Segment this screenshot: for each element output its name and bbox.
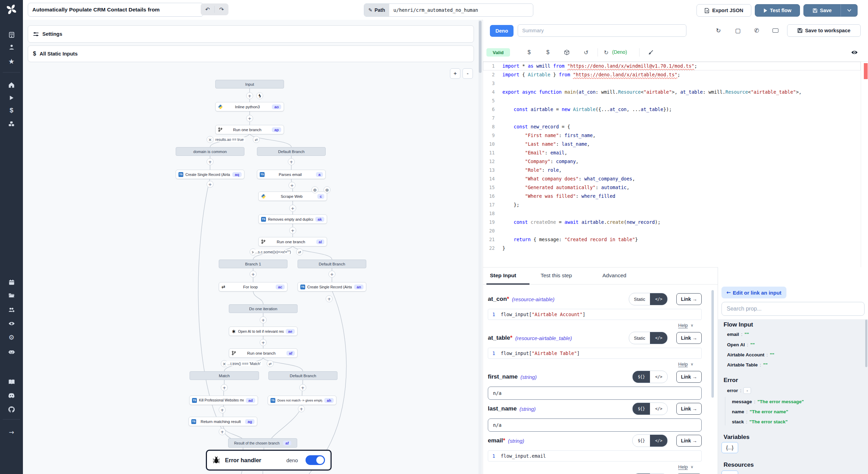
add-step-button[interactable]: + [289, 182, 295, 189]
language-badge[interactable]: Deno [490, 25, 514, 37]
folders-icon[interactable] [0, 289, 23, 301]
user-icon[interactable] [0, 41, 23, 53]
link-button[interactable]: Link → [676, 435, 702, 447]
groups-users-icon[interactable] [0, 304, 23, 315]
add-step-button[interactable]: + [207, 158, 214, 165]
editor-scrollbar[interactable] [861, 62, 868, 267]
branch-predicate[interactable]: results.ao == true [214, 137, 245, 142]
prop-panel-scrollbar[interactable] [865, 320, 867, 367]
node-for-loop[interactable]: ⇄ For loop ac [219, 282, 287, 291]
add-step-button[interactable]: + [298, 405, 305, 412]
search-prop-input[interactable]: Search prop... [721, 302, 865, 316]
path-edit-button[interactable]: ✎Path [364, 4, 389, 16]
input-mode-toggle[interactable]: Static </> [629, 332, 668, 344]
input-mode-toggle[interactable]: ${} </> [632, 403, 668, 415]
input-mode-toggle[interactable]: ${} </> [632, 371, 668, 383]
flow-title-input[interactable]: Automatically Populate CRM Contact Detai… [28, 3, 203, 17]
suspend-phone-icon[interactable]: ✆ [750, 25, 763, 36]
help-link[interactable]: Help∨ [488, 463, 693, 471]
node-parses-email[interactable]: TS Parses email a [257, 170, 326, 179]
step-panel-scrollbar[interactable] [711, 290, 714, 398]
node-create-single-record-2[interactable]: TS Create Single Record (Airtable) an [298, 282, 366, 291]
node-kill-professional[interactable]: TS Kill Professional Websites mentions a… [189, 396, 258, 405]
swap-branch-button[interactable]: ⇄ [296, 248, 303, 255]
delete-node-button[interactable]: ⊗ [324, 186, 331, 193]
prop-row[interactable]: error:- [727, 387, 751, 394]
node-domain-is-common[interactable]: domain is common [176, 147, 244, 156]
workspace-icon[interactable] [0, 29, 23, 41]
expand-icon[interactable]: ▢ [732, 25, 744, 36]
canvas-scrollbar[interactable] [478, 20, 482, 474]
add-step-button[interactable]: + [288, 158, 295, 165]
node-run-one-branch-3[interactable]: Run one branch af [229, 348, 298, 358]
audit-eye-icon[interactable] [0, 318, 23, 329]
input-mode-toggle[interactable]: Static </> [629, 293, 668, 305]
test-flow-button[interactable]: Test flow [755, 4, 800, 17]
prop-row[interactable]: Airtable Account:"" [727, 352, 774, 357]
runs-play-icon[interactable] [0, 92, 23, 104]
var-dollar-icon[interactable]: $ [543, 48, 553, 57]
node-default-branch-3[interactable]: Default Branch [268, 371, 337, 380]
reset-icon[interactable]: ↺ [581, 48, 591, 57]
move-node-button[interactable]: ⊕ [311, 186, 318, 193]
package-cube-icon[interactable] [561, 48, 572, 57]
settings-gear-icon[interactable]: ⚙ [0, 331, 23, 343]
resources-cubes-icon[interactable] [0, 118, 23, 130]
redo-button[interactable]: ↷ [215, 6, 228, 13]
node-inline-python3[interactable]: Inline python3 ao [215, 102, 284, 111]
add-step-button[interactable]: + [260, 316, 267, 323]
path-input[interactable]: u/henri/crm_automated_no_human [389, 4, 533, 16]
node-removes-empty[interactable]: TS Removes empty and duplicates ak [258, 214, 327, 224]
node-create-single-record-1[interactable]: TS Create Single Record (Airtable) aq [176, 170, 244, 179]
node-return-matching[interactable]: TS Return matching result ag [189, 417, 257, 426]
link-button[interactable]: Link → [676, 293, 702, 305]
link-button[interactable]: Link → [676, 332, 702, 344]
prop-row[interactable]: Open AI:"" [727, 342, 755, 347]
workers-robot-icon[interactable] [0, 346, 23, 357]
all-static-inputs-bar[interactable]: $ All Static Inputs [28, 45, 474, 62]
node-do-one-iteration[interactable]: Do one iteration [229, 304, 298, 313]
docs-book-icon[interactable] [0, 376, 23, 388]
tab-step-input[interactable]: Step Input [490, 272, 516, 279]
add-step-button[interactable]: + [326, 295, 333, 302]
node-default-branch-2[interactable]: Default Branch [298, 260, 366, 268]
prop-row[interactable]: Airtable Table:"" [727, 362, 768, 367]
variables-object-chip[interactable]: {...} [721, 442, 738, 453]
node-run-one-branch-2[interactable]: Run one branch al [258, 237, 327, 246]
prop-row[interactable]: stack:"The error stack" [732, 419, 788, 424]
help-link[interactable]: Help∨ [488, 360, 693, 368]
field-expression[interactable]: 1flow_input.email [488, 450, 702, 462]
reload-icon[interactable]: ↻ [601, 48, 611, 57]
add-step-button[interactable]: + [328, 271, 335, 278]
help-link[interactable]: Help∨ [488, 321, 693, 329]
node-match[interactable]: Match [190, 371, 259, 380]
zoom-in-button[interactable]: + [450, 68, 460, 79]
node-run-one-branch-1[interactable]: Run one branch ap [215, 125, 284, 134]
variables-dollar-icon[interactable]: $ [0, 104, 23, 116]
schedules-calendar-icon[interactable] [0, 276, 23, 288]
add-step-button[interactable]: + [289, 227, 296, 234]
field-expression[interactable]: 1flow_input["Airtable Table"] [488, 348, 702, 359]
node-result-chosen[interactable]: Result of the chosen branch af [228, 438, 297, 448]
link-button[interactable]: Link → [676, 403, 702, 415]
swap-branch-button[interactable]: ⇄ [253, 136, 260, 143]
flow-settings-bar[interactable]: Settings [28, 25, 474, 43]
windmill-logo-icon[interactable] [0, 3, 23, 15]
add-step-button[interactable]: + [219, 428, 226, 435]
add-step-button[interactable]: + [221, 384, 228, 391]
trigger-bolt-icon[interactable]: ϟ [256, 92, 263, 99]
add-step-button[interactable]: + [260, 339, 267, 346]
home-icon[interactable] [0, 79, 23, 91]
prop-row[interactable]: name:"The error name" [732, 409, 788, 414]
sleep-icon[interactable] [769, 25, 782, 36]
add-step-button[interactable]: + [246, 92, 253, 99]
zoom-out-button[interactable]: - [462, 68, 473, 79]
branch-predicate[interactable]: ...t.trim() === 'Match' [226, 361, 262, 366]
node-does-not-match[interactable]: TS Does not match -> gives empty value a… [268, 396, 336, 405]
ai-eye-icon[interactable] [849, 48, 860, 57]
node-default-branch-1[interactable]: Default Branch [257, 147, 326, 156]
prop-row[interactable]: message:"The error message" [732, 399, 804, 404]
error-handler-node[interactable]: Error handler deno [206, 450, 332, 471]
save-button[interactable]: Save [803, 4, 841, 17]
tab-advanced[interactable]: Advanced [602, 272, 626, 279]
